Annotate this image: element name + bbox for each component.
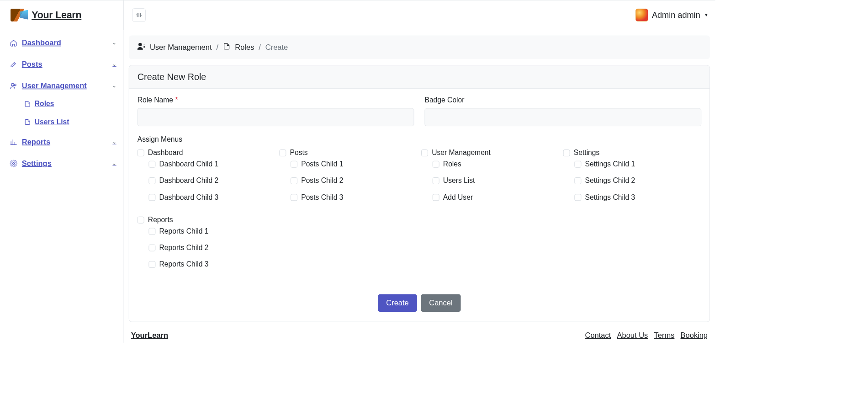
sidebar-item-user-management[interactable]: User Management ⌄ — [5, 78, 120, 93]
users-icon — [137, 42, 145, 52]
menu-child-checkbox[interactable]: Add User — [433, 193, 560, 202]
footer-link-terms[interactable]: Terms — [654, 331, 675, 340]
menu-block: DashboardDashboard Child 1Dashboard Chil… — [138, 149, 275, 204]
sidebar-item-posts[interactable]: Posts ⌄ — [5, 57, 120, 71]
checkbox[interactable] — [148, 228, 155, 235]
menu-child-checkbox[interactable]: Dashboard Child 3 — [148, 193, 275, 202]
checkbox[interactable] — [421, 149, 428, 156]
checkbox[interactable] — [148, 194, 155, 201]
menu-children: Posts Child 1Posts Child 2Posts Child 3 — [279, 160, 417, 204]
menu-child-label: Reports Child 2 — [159, 244, 209, 252]
file-icon — [24, 101, 31, 107]
footer-link-about[interactable]: About Us — [617, 331, 648, 340]
menu-child-checkbox[interactable]: Settings Child 3 — [574, 193, 701, 202]
checkbox[interactable] — [138, 149, 144, 156]
badge-color-input[interactable] — [424, 108, 701, 126]
sidebar-subitem-roles[interactable]: Roles — [21, 97, 119, 110]
menu-parent-checkbox[interactable]: Dashboard — [138, 149, 275, 157]
badge-color-label: Badge Color — [424, 96, 701, 104]
menu-parent-checkbox[interactable]: User Management — [421, 149, 559, 157]
create-button[interactable]: Create — [378, 294, 417, 312]
sidebar-item-reports[interactable]: Reports ⌄ — [5, 134, 120, 149]
checkbox[interactable] — [291, 161, 297, 168]
menu-child-checkbox[interactable]: Dashboard Child 2 — [148, 176, 275, 185]
breadcrumb-separator: / — [216, 43, 218, 52]
menu-parent-label: Posts — [290, 149, 307, 157]
menu-child-label: Reports Child 3 — [159, 260, 209, 268]
sidebar-subitem-label: Users List — [35, 118, 69, 126]
menu-child-label: Posts Child 1 — [301, 160, 343, 168]
username-label: Admin admin — [652, 10, 700, 20]
sidebar-subitem-users-list[interactable]: Users List — [21, 116, 119, 128]
checkbox[interactable] — [279, 149, 286, 156]
menu-child-checkbox[interactable]: Reports Child 3 — [148, 260, 275, 268]
users-icon — [10, 82, 17, 89]
menu-child-checkbox[interactable]: Roles — [433, 160, 560, 168]
checkbox[interactable] — [138, 217, 144, 224]
create-role-card: Create New Role Role Name * — [129, 65, 710, 322]
edit-icon — [10, 60, 17, 68]
chevron-down-icon: ⌄ — [112, 40, 116, 46]
chevron-down-icon: ⌄ — [112, 160, 116, 166]
user-menu[interactable]: Admin admin ▼ — [635, 9, 709, 21]
menu-child-checkbox[interactable]: Reports Child 1 — [148, 227, 275, 235]
cancel-button[interactable]: Cancel — [421, 294, 461, 312]
checkbox[interactable] — [291, 177, 297, 184]
menu-child-checkbox[interactable]: Dashboard Child 1 — [148, 160, 275, 168]
menu-child-checkbox[interactable]: Posts Child 2 — [291, 176, 418, 185]
breadcrumb-user-management[interactable]: User Management — [150, 43, 212, 52]
checkbox[interactable] — [563, 149, 570, 156]
role-name-label: Role Name * — [138, 96, 414, 104]
menu-child-checkbox[interactable]: Reports Child 2 — [148, 244, 275, 252]
menu-parent-checkbox[interactable]: Posts — [279, 149, 417, 157]
checkbox[interactable] — [574, 161, 581, 168]
checkbox[interactable] — [574, 177, 581, 184]
chart-icon — [10, 138, 17, 145]
assign-menus-grid: DashboardDashboard Child 1Dashboard Chil… — [138, 149, 701, 272]
breadcrumb-current: Create — [265, 43, 288, 52]
sidebar-item-label: Reports — [22, 138, 50, 146]
footer-link-contact[interactable]: Contact — [585, 331, 611, 340]
menu-child-checkbox[interactable]: Settings Child 2 — [574, 176, 701, 185]
checkbox[interactable] — [291, 194, 297, 201]
checkbox[interactable] — [433, 161, 439, 168]
sidebar-item-settings[interactable]: Settings ⌄ — [5, 156, 120, 171]
sidebar-item-dashboard[interactable]: Dashboard ⌄ — [5, 35, 120, 50]
checkbox[interactable] — [148, 261, 155, 268]
checkbox[interactable] — [433, 177, 439, 184]
menu-children: Dashboard Child 1Dashboard Child 2Dashbo… — [138, 160, 275, 204]
menu-block: PostsPosts Child 1Posts Child 2Posts Chi… — [279, 149, 417, 204]
menu-child-label: Dashboard Child 1 — [159, 160, 219, 168]
brand[interactable]: Your Learn — [0, 9, 123, 21]
menu-child-checkbox[interactable]: Settings Child 1 — [574, 160, 701, 168]
menu-parent-checkbox[interactable]: Reports — [138, 216, 275, 224]
menu-child-checkbox[interactable]: Posts Child 1 — [291, 160, 418, 168]
menu-child-checkbox[interactable]: Posts Child 3 — [291, 193, 418, 202]
role-name-input[interactable] — [138, 108, 414, 126]
required-asterisk: * — [175, 96, 178, 104]
caret-down-icon: ▼ — [704, 12, 709, 18]
breadcrumb-roles[interactable]: Roles — [235, 43, 254, 52]
checkbox[interactable] — [148, 245, 155, 251]
breadcrumb: User Management / Roles / Create — [129, 35, 710, 59]
columns-icon — [136, 12, 143, 19]
home-icon — [10, 39, 17, 46]
footer-link-booking[interactable]: Booking — [681, 331, 708, 340]
menu-child-checkbox[interactable]: Users List — [433, 176, 560, 185]
checkbox[interactable] — [574, 194, 581, 201]
avatar-icon — [635, 9, 648, 21]
sidebar-toggle-button[interactable] — [132, 8, 146, 22]
footer: YourLearn Contact About Us Terms Booking — [123, 326, 715, 343]
menu-child-label: Add User — [443, 193, 473, 202]
menu-parent-checkbox[interactable]: Settings — [563, 149, 701, 157]
sidebar-item-label: Dashboard — [22, 38, 61, 47]
footer-brand-link[interactable]: YourLearn — [131, 331, 168, 340]
chevron-down-icon: ⌄ — [112, 62, 116, 67]
checkbox[interactable] — [148, 177, 155, 184]
checkbox[interactable] — [433, 194, 439, 201]
menu-child-label: Settings Child 2 — [585, 176, 635, 185]
menu-child-label: Settings Child 1 — [585, 160, 635, 168]
chevron-down-icon: ⌄ — [112, 139, 116, 144]
menu-parent-label: Dashboard — [148, 149, 183, 157]
checkbox[interactable] — [148, 161, 155, 168]
